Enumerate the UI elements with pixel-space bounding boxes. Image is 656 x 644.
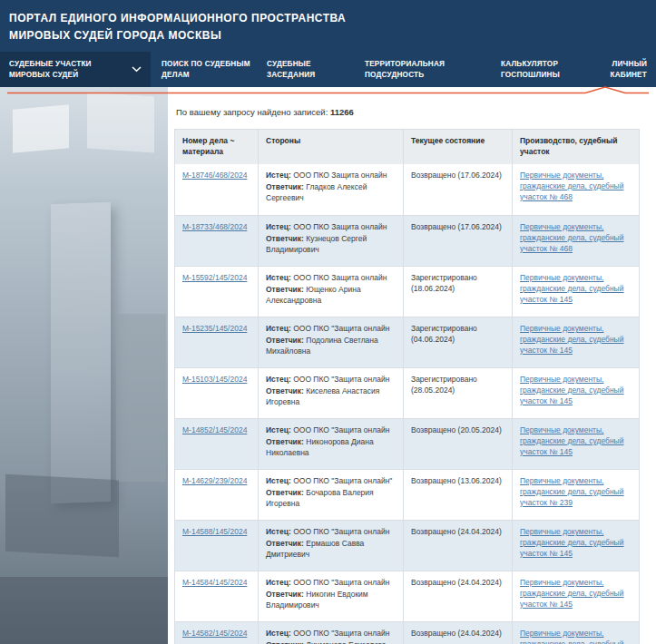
parties-cell: Истец: ООО ПКО "Защита онлайн Ответчик: … <box>258 521 403 571</box>
column-header-case-number: Номер дела ~ материала <box>175 130 258 164</box>
plaintiff-line: Истец: ООО ПКО "Защита онлайн <box>266 578 396 589</box>
table-header-row: Номер дела ~ материала Стороны Текущее с… <box>175 130 639 164</box>
nav-item-personal-account[interactable]: ЛИЧНЫЙ КАБИНЕТ <box>598 52 656 87</box>
case-number-cell: М-18733/468/2024 <box>175 216 258 266</box>
case-number-link[interactable]: М-15235/145/2024 <box>182 324 247 333</box>
site-title-line1: ПОРТАЛ ЕДИНОГО ИНФОРМАЦИОННОГО ПРОСТРАНС… <box>9 10 643 27</box>
production-link[interactable]: Первичные документы, гражданские дела, с… <box>520 476 623 507</box>
nav-item-territorial-jurisdiction[interactable]: ТЕРРИТОРИАЛЬНАЯ ПОДСУДНОСТЬ <box>365 52 475 87</box>
parties-cell: Истец: ООО ПКО Защита онлайн Ответчик: Ю… <box>258 267 403 317</box>
production-link[interactable]: Первичные документы, гражданские дела, с… <box>520 375 623 405</box>
parties-cell: Истец: ООО ПКО Защита онлайн Ответчик: Г… <box>258 164 403 215</box>
defendant-line: Ответчик: Киселева Анастасия Игоревна <box>266 386 396 408</box>
active-tab-underline <box>0 86 656 97</box>
plaintiff-label: Истец: <box>266 375 291 384</box>
parties-cell: Истец: ООО ПКО "Защита онлайн Ответчик: … <box>258 419 403 469</box>
results-panel: По вашему запросу найдено записей: 11266… <box>168 87 656 644</box>
production-link[interactable]: Первичные документы, гражданские дела, с… <box>520 629 623 644</box>
column-header-status: Текущее состояние <box>403 130 512 164</box>
parties-cell: Истец: ООО ПКО Защита онлайн Ответчик: К… <box>258 216 403 266</box>
site-title-line2: МИРОВЫХ СУДЕЙ ГОРОДА МОСКВЫ <box>9 27 643 44</box>
case-number-link[interactable]: М-14584/145/2024 <box>182 578 247 587</box>
status-cell: Возвращено (17.06.2024) <box>403 164 512 215</box>
case-number-link[interactable]: М-18733/468/2024 <box>182 222 247 231</box>
defendant-line: Ответчик: Никонорова Диана Николаевна <box>266 437 396 459</box>
production-cell: Первичные документы, гражданские дела, с… <box>512 521 641 571</box>
case-number-cell: М-14582/145/2024 <box>175 622 258 644</box>
column-header-parties: Стороны <box>258 130 403 164</box>
production-link[interactable]: Первичные документы, гражданские дела, с… <box>520 171 623 201</box>
plaintiff-name: ООО ПКО "Защита онлайн <box>293 629 389 638</box>
status-cell: Возвращено (20.05.2024) <box>403 419 512 469</box>
nav-item-label: СУДЕБНЫЕ ЗАСЕДАНИЯ <box>267 59 357 81</box>
plaintiff-label: Истец: <box>266 273 291 282</box>
building-shape <box>5 474 119 558</box>
defendant-label: Ответчик: <box>266 488 304 497</box>
production-link[interactable]: Первичные документы, гражданские дела, с… <box>520 578 623 609</box>
building-shape <box>116 314 166 482</box>
case-number-link[interactable]: М-14588/145/2024 <box>182 527 247 536</box>
case-number-cell: М-15592/145/2024 <box>175 267 258 317</box>
plaintiff-line: Истец: ООО ПКО "Защита онлайн <box>266 629 396 639</box>
top-header: ПОРТАЛ ЕДИНОГО ИНФОРМАЦИОННОГО ПРОСТРАНС… <box>0 0 656 87</box>
plaintiff-name: ООО ПКО "Защита онлайн <box>293 578 389 587</box>
case-number-link[interactable]: М-15592/145/2024 <box>182 273 247 282</box>
production-link[interactable]: Первичные документы, гражданские дела, с… <box>520 222 623 253</box>
status-cell: Возвращено (13.06.2024) <box>403 470 512 520</box>
table-row: М-14584/145/2024 Истец: ООО ПКО "Защита … <box>175 571 639 621</box>
plaintiff-name: ООО ПКО "Защита онлайн <box>293 425 389 434</box>
plaintiff-label: Истец: <box>266 527 291 536</box>
plaintiff-line: Истец: ООО ПКО Защита онлайн <box>266 273 396 284</box>
nav-item-court-districts[interactable]: СУДЕБНЫЕ УЧАСТКИ МИРОВЫХ СУДЕЙ <box>0 52 151 87</box>
status-cell: Возвращено (24.04.2024) <box>403 622 512 644</box>
production-cell: Первичные документы, гражданские дела, с… <box>512 419 641 469</box>
case-number-cell: М-18746/468/2024 <box>175 164 258 215</box>
case-number-link[interactable]: М-14852/145/2024 <box>182 425 247 434</box>
case-number-link[interactable]: М-15103/145/2024 <box>182 375 247 384</box>
production-link[interactable]: Первичные документы, гражданские дела, с… <box>520 527 623 558</box>
production-cell: Первичные документы, гражданские дела, с… <box>512 267 641 317</box>
case-number-cell: М-14629/239/2024 <box>175 470 258 520</box>
production-cell: Первичные документы, гражданские дела, с… <box>512 164 641 215</box>
plaintiff-name: ООО ПКО Защита онлайн <box>293 222 387 231</box>
results-count: 11266 <box>330 107 354 117</box>
plaintiff-line: Истец: ООО ПКО "Защита онлайн" <box>266 476 396 487</box>
production-link[interactable]: Первичные документы, гражданские дела, с… <box>520 425 623 456</box>
plaintiff-line: Истец: ООО ПКО "Защита онлайн <box>266 527 396 538</box>
production-cell: Первичные документы, гражданские дела, с… <box>512 216 641 266</box>
defendant-line: Ответчик: Лицманова Елизавета Андреевна <box>266 640 396 644</box>
production-link[interactable]: Первичные документы, гражданские дела, с… <box>520 324 623 355</box>
background-photo <box>0 87 168 644</box>
case-number-cell: М-15103/145/2024 <box>175 368 258 418</box>
table-row: М-15103/145/2024 Истец: ООО ПКО "Защита … <box>175 367 639 418</box>
plaintiff-label: Истец: <box>266 171 291 180</box>
table-row: М-14588/145/2024 Истец: ООО ПКО "Защита … <box>175 520 639 571</box>
case-number-link[interactable]: М-14629/239/2024 <box>182 476 247 485</box>
status-cell: Зарегистрировано (28.05.2024) <box>403 368 512 418</box>
defendant-label: Ответчик: <box>266 285 304 294</box>
case-number-cell: М-14852/145/2024 <box>175 419 258 469</box>
case-number-link[interactable]: М-18746/468/2024 <box>182 171 247 180</box>
status-cell: Возвращено (24.04.2024) <box>403 521 512 571</box>
production-cell: Первичные документы, гражданские дела, с… <box>512 470 641 520</box>
nav-item-court-sessions[interactable]: СУДЕБНЫЕ ЗАСЕДАНИЯ <box>267 52 357 87</box>
table-row: М-15235/145/2024 Истец: ООО ПКО "Защита … <box>175 317 639 367</box>
defendant-label: Ответчик: <box>266 336 304 345</box>
defendant-label: Ответчик: <box>266 234 304 243</box>
nav-item-label: ПОИСК ПО СУДЕБНЫМ ДЕЛАМ <box>162 59 258 81</box>
defendant-label: Ответчик: <box>266 640 304 644</box>
plaintiff-name: ООО ПКО "Защита онлайн" <box>293 476 392 485</box>
production-link[interactable]: Первичные документы, гражданские дела, с… <box>520 273 623 304</box>
nav-item-case-search[interactable]: ПОИСК ПО СУДЕБНЫМ ДЕЛАМ <box>162 52 258 87</box>
results-summary: По вашему запросу найдено записей: 11266 <box>176 107 640 117</box>
plaintiff-label: Истец: <box>266 629 291 638</box>
case-number-link[interactable]: М-14582/145/2024 <box>182 629 247 638</box>
production-cell: Первичные документы, гражданские дела, с… <box>512 571 641 621</box>
parties-cell: Истец: ООО ПКО "Защита онлайн Ответчик: … <box>258 622 403 644</box>
plaintiff-line: Истец: ООО ПКО "Защита онлайн <box>266 375 396 385</box>
site-title: ПОРТАЛ ЕДИНОГО ИНФОРМАЦИОННОГО ПРОСТРАНС… <box>0 0 656 44</box>
defendant-line: Ответчик: Бочарова Валерия Игоревна <box>266 488 396 510</box>
table-row: М-14629/239/2024 Истец: ООО ПКО "Защита … <box>175 469 639 520</box>
plaintiff-name: ООО ПКО "Защита онлайн <box>293 527 389 536</box>
nav-item-fee-calculator[interactable]: КАЛЬКУЛЯТОР ГОСПОШЛИНЫ <box>501 52 592 87</box>
